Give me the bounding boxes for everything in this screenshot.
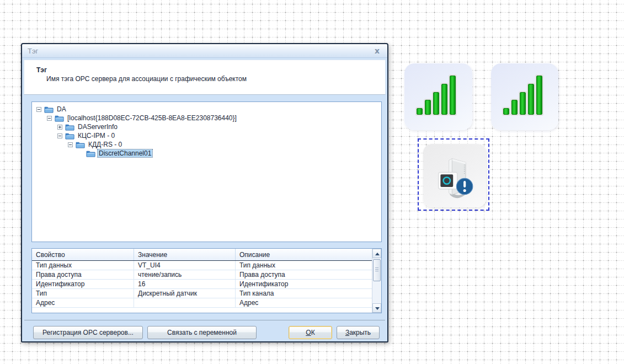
description-cell: Тип канала	[236, 289, 381, 298]
tree-item[interactable]: DiscretChannel01	[34, 149, 379, 158]
bar-icon	[520, 92, 526, 115]
properties-table: Свойство Значение Описание Тип данных VT…	[31, 248, 382, 313]
column-header-property[interactable]: Свойство	[32, 249, 134, 260]
table-row[interactable]: Тип Дискретный датчик Тип канала	[32, 289, 381, 298]
tree-expander-icon[interactable]	[47, 116, 52, 121]
selection-marquee[interactable]	[418, 138, 489, 211]
signal-bars-icon[interactable]	[491, 63, 558, 130]
table-row[interactable]: Тип данных VT_UI4 Тип данных	[32, 261, 381, 270]
footer-separator	[24, 320, 385, 320]
description-cell: Тип данных	[236, 261, 381, 270]
header-subtitle: Имя тэга OPC сервера для ассоциации с гр…	[24, 75, 385, 83]
description-cell: Идентификатор	[236, 280, 381, 288]
value-cell: чтение/запись	[134, 270, 236, 279]
property-cell: Идентификатор	[32, 280, 134, 288]
bar-icon	[425, 100, 431, 115]
tree-item-label[interactable]: [localhost{188D08EC-72CB-425B-8EA8-EE230…	[66, 114, 238, 122]
signal-bars	[417, 76, 456, 115]
button-label: Регистрация OPC серверов...	[42, 329, 134, 336]
tree-item[interactable]: DA	[34, 105, 379, 114]
button-label: Закрыть	[345, 329, 371, 336]
ok-button[interactable]: ОК	[289, 326, 332, 339]
dialog-header: Тэг Имя тэга OPC сервера для ассоциации …	[24, 60, 386, 95]
tree-item-label[interactable]: DA	[56, 105, 67, 113]
device-illustration	[434, 153, 476, 200]
tree-expander-icon[interactable]	[36, 107, 41, 112]
tree-item-label[interactable]: DAServerInfo	[77, 123, 119, 131]
bar-icon	[536, 76, 542, 115]
property-cell: Тип данных	[32, 261, 134, 270]
table-row[interactable]: Адрес Адрес	[32, 298, 381, 308]
bind-to-variable-button[interactable]: Связать с переменной	[147, 326, 257, 339]
value-cell: 16	[134, 280, 236, 288]
scroll-down-button[interactable]	[372, 303, 381, 313]
value-cell	[134, 298, 236, 307]
tree-item[interactable]: КДД-RS - 0	[34, 140, 379, 149]
description-cell: Адрес	[236, 298, 381, 307]
bar-icon	[450, 76, 456, 115]
device-alert-icon[interactable]	[423, 144, 486, 207]
tree-expander-icon[interactable]	[57, 125, 62, 130]
button-label: ОК	[306, 329, 314, 336]
folder-icon	[44, 106, 54, 113]
bar-icon	[511, 100, 518, 115]
property-cell: Адрес	[32, 298, 134, 307]
signal-bars	[503, 76, 542, 115]
folder-icon	[76, 141, 85, 148]
tree-item[interactable]: [localhost{188D08EC-72CB-425B-8EA8-EE230…	[34, 114, 379, 122]
tree-item-label[interactable]: КЦС-IPM - 0	[77, 132, 116, 140]
property-cell: Тип	[32, 289, 134, 298]
tree-expander-icon[interactable]	[57, 133, 62, 138]
folder-icon	[86, 150, 95, 157]
tree-item-label[interactable]: DiscretChannel01	[98, 149, 152, 157]
dialog-titlebar[interactable]: Тэг x	[22, 44, 387, 58]
close-button[interactable]: Закрыть	[337, 326, 380, 339]
value-cell: Дискретный датчик	[134, 289, 236, 298]
up-arrow-icon	[375, 253, 380, 255]
tag-dialog: Тэг x Тэг Имя тэга OPC сервера для ассоц…	[21, 43, 388, 342]
property-cell: Права доступа	[32, 270, 134, 279]
table-row[interactable]: Права доступа чтение/запись Права доступ…	[32, 270, 381, 280]
description-cell: Права доступа	[236, 270, 381, 279]
column-header-value[interactable]: Значение	[134, 249, 236, 260]
bar-icon	[417, 108, 423, 115]
register-opc-servers-button[interactable]: Регистрация OPC серверов...	[33, 326, 143, 339]
properties-table-body: Тип данных VT_UI4 Тип данных Права досту…	[32, 261, 381, 308]
tree-item[interactable]: КЦС-IPM - 0	[34, 131, 379, 140]
scroll-up-button[interactable]	[372, 249, 381, 258]
folder-icon	[55, 115, 64, 122]
table-header: Свойство Значение Описание	[32, 249, 381, 261]
bar-icon	[433, 92, 439, 115]
column-header-description[interactable]: Описание	[236, 249, 381, 260]
tree-item[interactable]: DAServerInfo	[34, 122, 379, 131]
down-arrow-icon	[375, 307, 380, 310]
opc-tree[interactable]: DA [localhost{188D08EC-72CB-425B-8EA8-EE…	[31, 101, 382, 242]
signal-bars-icon[interactable]	[404, 63, 472, 130]
bar-icon	[503, 108, 509, 115]
value-cell: VT_UI4	[134, 261, 236, 270]
folder-icon	[65, 132, 74, 140]
scrollbar-thumb[interactable]	[373, 259, 381, 281]
table-row[interactable]: Идентификатор 16 Идентификатор	[32, 280, 381, 289]
button-label: Связать с переменной	[167, 329, 237, 336]
header-title: Тэг	[24, 60, 385, 75]
dialog-title: Тэг	[28, 47, 38, 55]
folder-icon	[65, 124, 74, 131]
bar-icon	[528, 84, 534, 115]
tree-item-label[interactable]: КДД-RS - 0	[87, 141, 123, 148]
close-icon[interactable]: x	[372, 47, 382, 55]
tree-expander-icon[interactable]	[68, 142, 73, 147]
thumb-grip-icon	[375, 267, 378, 272]
vertical-scrollbar[interactable]	[372, 249, 381, 313]
design-canvas: Тэг x Тэг Имя тэга OPC сервера для ассоц…	[0, 0, 624, 364]
bar-icon	[441, 84, 447, 115]
